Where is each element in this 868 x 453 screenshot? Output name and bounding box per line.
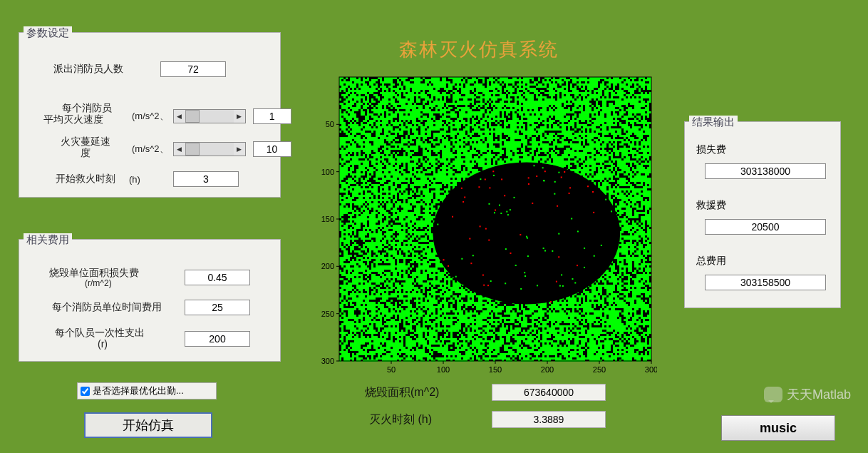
slider-thumb[interactable] — [185, 110, 200, 123]
slider-right-arrow-icon[interactable]: ▶ — [234, 143, 245, 156]
svg-rect-11698 — [553, 321, 555, 323]
svg-rect-9494 — [418, 276, 420, 278]
svg-rect-11719 — [613, 321, 615, 323]
svg-rect-4344 — [446, 167, 448, 169]
per-ff-time-input[interactable] — [185, 300, 250, 315]
svg-rect-12764 — [472, 345, 474, 347]
svg-rect-3177 — [378, 143, 380, 146]
svg-rect-3981 — [619, 158, 621, 161]
slider-right-arrow-icon[interactable]: ▶ — [234, 110, 245, 123]
svg-rect-884 — [562, 94, 564, 96]
svg-rect-9694 — [408, 280, 410, 283]
svg-rect-13437 — [568, 357, 570, 360]
svg-rect-1823 — [579, 113, 581, 116]
svg-rect-3042 — [594, 139, 596, 141]
svg-rect-11678 — [491, 321, 493, 323]
svg-rect-7355 — [626, 229, 628, 231]
svg-rect-2516 — [542, 128, 544, 131]
svg-rect-13397 — [459, 357, 461, 360]
svg-rect-12026 — [341, 330, 343, 332]
svg-rect-3441 — [500, 148, 502, 150]
svg-rect-9680 — [361, 280, 363, 283]
svg-rect-7576 — [369, 235, 371, 238]
svg-rect-4502 — [606, 169, 609, 171]
svg-rect-214 — [358, 81, 361, 83]
slider-thumb[interactable] — [185, 143, 200, 156]
svg-rect-221 — [382, 81, 384, 83]
svg-rect-10675 — [606, 300, 609, 302]
svg-rect-4299 — [611, 165, 613, 167]
svg-rect-9269 — [641, 270, 643, 272]
fire-spread-input[interactable] — [253, 141, 291, 157]
svg-rect-4424 — [373, 169, 376, 171]
svg-rect-420 — [380, 86, 382, 88]
svg-rect-9369 — [350, 274, 352, 276]
optimize-checkbox-row[interactable]: 是否选择最优化出勤... — [77, 382, 217, 399]
svg-rect-11190 — [619, 310, 621, 312]
svg-rect-2811 — [487, 135, 489, 137]
start-simulation-button[interactable]: 开始仿真 — [84, 412, 212, 438]
fire-spread-slider[interactable]: ◀ ▶ — [173, 142, 246, 156]
svg-rect-1837 — [621, 113, 624, 116]
svg-rect-2197 — [485, 122, 487, 124]
svg-rect-11476 — [517, 317, 519, 319]
svg-rect-11624 — [343, 321, 346, 323]
svg-rect-910 — [636, 94, 639, 96]
svg-rect-1947 — [636, 116, 639, 118]
svg-rect-12582 — [525, 340, 527, 342]
svg-rect-11573 — [495, 319, 497, 321]
svg-rect-6643 — [619, 214, 621, 216]
svg-rect-3250 — [591, 143, 594, 146]
svg-rect-11903 — [570, 325, 572, 327]
svg-rect-960 — [472, 96, 474, 98]
start-time-input[interactable] — [173, 171, 239, 187]
svg-rect-8778 — [643, 259, 645, 261]
svg-rect-13260 — [343, 355, 346, 357]
svg-rect-2981 — [395, 139, 397, 141]
svg-rect-380 — [581, 83, 583, 86]
svg-rect-9809 — [448, 283, 450, 285]
svg-rect-6781 — [408, 218, 410, 220]
svg-rect-12719 — [639, 342, 641, 345]
svg-rect-9002 — [425, 265, 427, 268]
svg-rect-5333 — [367, 188, 369, 190]
slider-left-arrow-icon[interactable]: ◀ — [174, 110, 185, 123]
svg-rect-3891 — [365, 158, 367, 161]
svg-rect-9115 — [431, 268, 433, 270]
svg-rect-9787 — [388, 283, 391, 285]
svg-rect-2274 — [427, 124, 429, 126]
svg-rect-10416 — [386, 295, 388, 297]
svg-rect-1079 — [547, 98, 549, 101]
svg-rect-264 — [512, 81, 515, 83]
svg-rect-11186 — [611, 310, 613, 312]
svg-rect-3883 — [647, 156, 649, 158]
svg-rect-12911 — [579, 347, 581, 349]
svg-rect-12643 — [408, 342, 410, 345]
svg-rect-363 — [523, 83, 525, 86]
svg-rect-2647 — [613, 131, 615, 133]
music-button[interactable]: music — [721, 415, 835, 441]
svg-rect-7156 — [641, 225, 643, 227]
slider-left-arrow-icon[interactable]: ◀ — [174, 143, 185, 156]
firefighters-input[interactable] — [160, 61, 226, 77]
optimize-checkbox[interactable] — [81, 387, 90, 396]
svg-rect-11728 — [636, 321, 639, 323]
oneoff-input[interactable] — [185, 331, 250, 347]
svg-rect-8301 — [425, 250, 427, 253]
per-ff-speed-slider[interactable]: ◀ ▶ — [173, 109, 246, 123]
svg-rect-4048 — [500, 161, 502, 163]
area-loss-input[interactable] — [185, 270, 250, 285]
svg-rect-13597 — [472, 255, 474, 256]
svg-rect-13074 — [440, 351, 442, 353]
svg-rect-782 — [566, 92, 568, 94]
svg-rect-2704 — [485, 133, 487, 135]
svg-rect-3532 — [493, 150, 495, 152]
svg-rect-9198 — [418, 270, 420, 272]
svg-rect-11230 — [423, 312, 425, 315]
svg-rect-10707 — [388, 302, 391, 304]
svg-rect-3340 — [540, 146, 542, 148]
svg-rect-10891 — [641, 304, 643, 306]
svg-rect-2240 — [639, 122, 641, 124]
per-ff-speed-input[interactable] — [253, 108, 291, 124]
svg-rect-2919 — [523, 137, 525, 139]
